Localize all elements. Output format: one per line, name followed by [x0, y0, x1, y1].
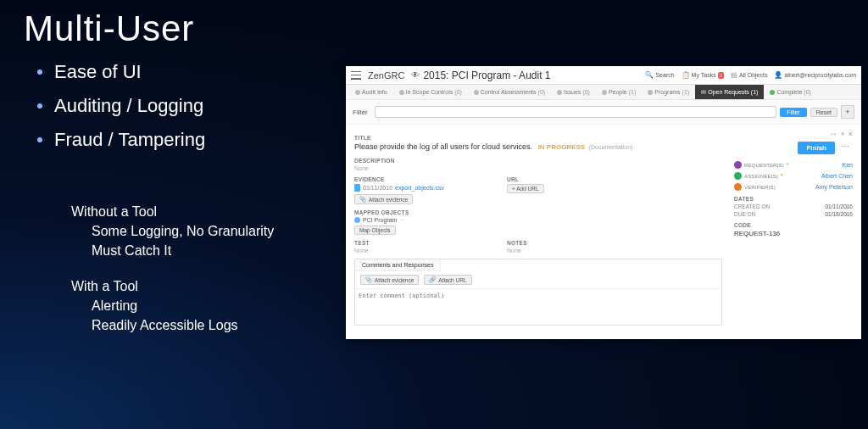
eye-icon: 👁: [411, 70, 420, 80]
role-row-requester: REQUESTER(S)* Ken: [734, 161, 853, 169]
mapped-item-label: PCI Program: [363, 217, 397, 223]
tab-count: (1): [682, 89, 690, 95]
close-icon[interactable]: ×: [849, 130, 853, 138]
reset-button[interactable]: Reset: [810, 108, 837, 117]
attach-evidence-label: Attach evidence: [375, 277, 414, 283]
role-person-link[interactable]: Amy Peterson: [815, 184, 853, 190]
filter-button[interactable]: Filter: [780, 108, 807, 117]
tab-people[interactable]: People (1): [596, 85, 642, 99]
search-link[interactable]: 🔍Search: [645, 71, 674, 79]
without-item: Some Logging, No Granularity: [92, 221, 346, 241]
finish-button[interactable]: Finish: [798, 142, 835, 154]
tab-issues[interactable]: Issues (0): [551, 85, 596, 99]
map-objects-button[interactable]: Map Objects: [354, 226, 396, 235]
filter-input[interactable]: [375, 106, 776, 118]
add-button[interactable]: +: [841, 105, 854, 119]
mail-icon: ✉: [701, 89, 706, 96]
comments-toolbar: 📎 Attach evidence 🔗 Attach URL: [355, 271, 721, 289]
evidence-label: EVIDENCE: [354, 176, 456, 182]
mapped-object-row[interactable]: PCI Program →: [354, 217, 722, 223]
required-asterisk: *: [781, 173, 783, 179]
grid-icon: ▤: [731, 71, 737, 79]
tab-label: Programs: [654, 89, 680, 95]
bullet-item: Fraud / Tampering: [37, 129, 346, 151]
tab-dot-icon: [399, 90, 404, 95]
with-item: Alerting: [92, 296, 346, 315]
request-title: Please provide the log of all users for …: [354, 142, 722, 151]
role-person-link[interactable]: Ken: [843, 162, 853, 168]
bullet-item: Auditing / Logging: [37, 95, 346, 117]
tab-programs[interactable]: Programs (1): [642, 85, 695, 99]
attach-url-button[interactable]: 🔗 Attach URL: [424, 275, 471, 285]
brand: ZenGRC: [368, 70, 404, 81]
tab-open-requests[interactable]: ✉ Open Requests (1): [695, 85, 764, 99]
evidence-file-row: 01/11/2016 export_objects.csv: [354, 184, 456, 192]
mytasks-link[interactable]: 📋My Tasks0: [682, 71, 724, 79]
tab-dot-icon: [648, 90, 653, 95]
tab-count: (0): [454, 89, 462, 95]
clipboard-icon: 📋: [682, 71, 690, 79]
slide-area: Multi-User Ease of UI Auditing / Logging…: [24, 8, 346, 335]
due-label: DUE ON: [734, 211, 755, 217]
avatar: [734, 161, 742, 169]
filter-row: Filter Filter Reset +: [346, 100, 861, 125]
object-icon: [354, 217, 360, 223]
tab-count: (1): [629, 89, 637, 95]
required-asterisk: *: [787, 162, 789, 168]
tab-label: Issues: [564, 89, 581, 95]
tab-label: Complete: [776, 89, 802, 95]
tabbar: Audit Info In Scope Controls (0) Control…: [346, 85, 861, 100]
slide-bullets: Ease of UI Auditing / Logging Fraud / Ta…: [24, 61, 346, 151]
page-title: 2015: PCI Program - Audit 1: [423, 70, 550, 81]
without-header: Without a Tool: [71, 202, 346, 221]
content-area: TITLE Please provide the log of all user…: [346, 125, 861, 334]
dates-label: DATES: [734, 196, 853, 202]
code-label: CODE: [734, 222, 853, 228]
attach-url-label: Attach URL: [438, 277, 466, 283]
tab-audit-info[interactable]: Audit Info: [349, 85, 393, 99]
description-value: None: [354, 165, 722, 171]
arrow-icon: →: [399, 217, 405, 223]
url-label: URL: [507, 176, 609, 182]
link-icon: 🔗: [429, 276, 436, 283]
user-menu[interactable]: 👤albert@reciprocitylabs.com: [774, 71, 856, 79]
allobjects-link[interactable]: ▤All Objects: [731, 71, 767, 79]
avatar: [734, 172, 742, 180]
side-column: ↔ + × Finish ⋯ REQUESTER(S)* Ken ASSIGNE…: [734, 130, 853, 326]
evidence-date: 01/11/2016: [363, 185, 392, 191]
app-screenshot: ZenGRC 👁 2015: PCI Program - Audit 1 🔍Se…: [346, 66, 861, 339]
mytasks-label: My Tasks: [692, 72, 716, 78]
comments-tab[interactable]: Comments and Responses: [355, 259, 441, 271]
role-label: REQUESTER(S): [744, 162, 784, 168]
main-column: TITLE Please provide the log of all user…: [354, 130, 722, 326]
menu-icon[interactable]: [351, 71, 361, 80]
description-label: DESCRIPTION: [354, 158, 722, 164]
tab-inscope[interactable]: In Scope Controls (0): [393, 85, 468, 99]
add-url-button[interactable]: + Add URL: [507, 184, 544, 193]
evidence-file-link[interactable]: export_objects.csv: [395, 185, 444, 191]
test-value: None: [354, 248, 456, 254]
slide-heading: Multi-User: [24, 8, 346, 49]
role-person-link[interactable]: Albert Chen: [821, 173, 853, 179]
comments-box: Comments and Responses 📎 Attach evidence…: [354, 259, 722, 326]
add-icon[interactable]: +: [840, 130, 844, 138]
allobjects-label: All Objects: [739, 72, 767, 78]
attach-evidence-button[interactable]: 📎 Attach evidence: [354, 194, 413, 204]
tab-assessments[interactable]: Control Assessments (0): [468, 85, 551, 99]
notes-label: NOTES: [507, 240, 609, 246]
expand-icon[interactable]: ↔: [829, 130, 837, 138]
avatar: [734, 183, 742, 191]
attach-evidence-button-2[interactable]: 📎 Attach evidence: [360, 275, 419, 285]
tab-complete[interactable]: Complete (0): [764, 85, 817, 99]
panel-actions: ↔ + ×: [734, 130, 853, 138]
file-icon: [354, 184, 360, 192]
tab-dot-icon: [602, 90, 607, 95]
title-text: Please provide the log of all users for …: [354, 142, 532, 151]
comment-input[interactable]: [355, 289, 721, 323]
status-note: (Documentation): [589, 144, 633, 150]
tasks-badge: 0: [718, 72, 724, 79]
code-value: REQUEST-136: [734, 230, 853, 237]
with-header: With a Tool: [71, 276, 346, 296]
more-icon[interactable]: ⋯: [838, 142, 853, 154]
due-value: 01/18/2016: [825, 211, 853, 217]
